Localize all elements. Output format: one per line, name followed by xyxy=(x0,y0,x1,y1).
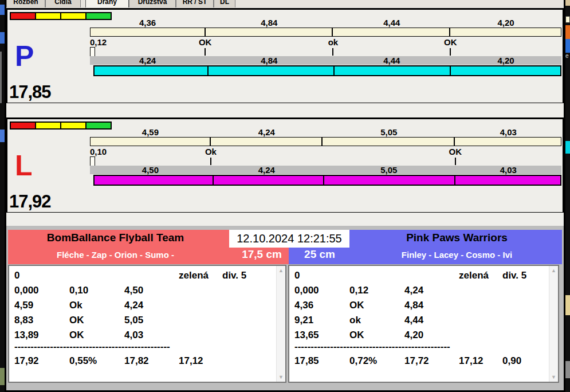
tab-dr-hy[interactable]: Dráhy xyxy=(85,0,129,7)
start-light xyxy=(35,12,61,20)
firefox-icon xyxy=(565,39,570,53)
desktop-fragment xyxy=(565,361,570,378)
table-cell: 4,36 xyxy=(294,300,349,311)
tab--idla[interactable]: Čidla xyxy=(45,0,81,7)
segment-time: 4,84 xyxy=(205,18,333,27)
table-cell: 0,72% xyxy=(349,355,404,367)
segment-time: 4,44 xyxy=(333,18,450,27)
table-cell: OK xyxy=(69,315,124,326)
segment-time: 4,24 xyxy=(211,166,323,174)
segment-time: 4,24 xyxy=(211,128,323,136)
table-cell: 0,10 xyxy=(69,285,124,296)
table-row: 0,0000,104,50 xyxy=(14,283,274,298)
bar-segment xyxy=(209,66,335,75)
panel-spacer xyxy=(6,213,564,226)
segment-time: 4,03 xyxy=(455,128,561,136)
checkpoint-tick xyxy=(450,48,451,56)
segment-bar-outline xyxy=(90,28,561,37)
bar-segment xyxy=(333,28,450,36)
segment-time: 5,05 xyxy=(323,128,455,136)
start-light xyxy=(10,121,36,130)
tab-rr-st[interactable]: RR / ST xyxy=(176,0,214,7)
table-cell: 4,03 xyxy=(124,330,179,341)
table-cell: zelená xyxy=(179,270,222,281)
lane-bar-zone: 4,364,844,444,20 0,12OKokOK 4,244,844,44… xyxy=(90,10,561,103)
bar-segment xyxy=(214,176,324,185)
checkpoint-tick xyxy=(455,158,456,165)
bar-segment xyxy=(95,66,209,75)
table-row: 0zelenádiv. 5 xyxy=(294,268,547,283)
team-name: BomBallance Flyball Team xyxy=(8,232,223,244)
segment-time: 4,44 xyxy=(333,56,450,65)
bar-segment xyxy=(450,28,561,36)
scroll-down-icon[interactable]: ▼ xyxy=(277,373,285,382)
bar-segment xyxy=(206,28,333,36)
table-content: 0zelenádiv. 50,0000,104,504,59Ok4,248,83… xyxy=(14,268,274,381)
table-cell: 0 xyxy=(14,270,69,281)
bar-segment xyxy=(451,66,560,75)
segment-times-bottom: 4,504,245,054,03 xyxy=(90,166,561,174)
checkpoint-status-row: 0,10OkOK xyxy=(90,147,561,155)
table-row: 4,36OK4,84 xyxy=(294,298,547,313)
table-cell: OK xyxy=(349,300,404,311)
splits-table-right: 0zelenádiv. 50,0000,124,244,36OK4,849,21… xyxy=(288,265,559,383)
checkpoint-status: OK xyxy=(449,147,462,156)
desktop-fragment xyxy=(565,16,570,23)
table-cell: 17,12 xyxy=(179,355,222,367)
checkpoint-status-row: 0,12OKokOK xyxy=(90,37,561,46)
bar-segment xyxy=(91,138,211,146)
segment-time: 4,24 xyxy=(90,56,205,65)
desktop-letter: e xyxy=(565,53,570,60)
table-cell: 4,84 xyxy=(404,300,459,311)
team-dogs: Fléche - Zap - Orion - Sumo - xyxy=(8,250,223,260)
start-time-label: 0,12 xyxy=(90,37,107,47)
tab-rozb-h[interactable]: Rozběh xyxy=(6,0,45,7)
segment-times-bottom: 4,244,844,444,20 xyxy=(90,56,561,65)
scrollbar[interactable]: ▲ ▼ xyxy=(549,266,558,382)
segment-time: 4,03 xyxy=(455,166,561,174)
table-cell: 13,65 xyxy=(294,330,349,341)
lane-total-time: 17,85 xyxy=(9,82,51,103)
desktop-fragment xyxy=(565,295,570,315)
checkpoint-status: Ok xyxy=(205,147,217,156)
table-cell: 17,92 xyxy=(14,355,69,367)
bar-segment xyxy=(335,66,450,75)
table-cell: 17,82 xyxy=(124,355,179,367)
lane-panel-p: P 17,85 4,364,844,444,20 0,12OKokOK 4,24… xyxy=(6,8,564,103)
tab-dru-stva[interactable]: Družstva xyxy=(129,0,176,7)
table-cell: OK xyxy=(349,330,404,341)
table-cell: 8,83 xyxy=(14,315,69,326)
table-cell: 0,000 xyxy=(14,285,69,296)
bar-segment xyxy=(95,176,214,185)
start-light xyxy=(35,121,61,130)
table-row: 8,83OK5,05 xyxy=(14,313,274,328)
start-marker-box xyxy=(90,156,95,166)
tab-dl[interactable]: DL xyxy=(214,0,235,7)
scroll-down-icon[interactable]: ▼ xyxy=(549,373,558,382)
segment-times-top: 4,364,844,444,20 xyxy=(90,18,561,27)
team-name: Pink Paws Warriors xyxy=(352,232,562,244)
jump-height: 25 cm xyxy=(285,248,354,261)
app-window: RozběhČidlaDráhyDružstvaRR / STDL P 17,8… xyxy=(5,0,565,392)
scrollbar[interactable]: ▲ ▼ xyxy=(276,266,285,382)
checkpoint-tick xyxy=(205,48,206,56)
lane-letter: L xyxy=(15,151,33,180)
table-cell: 17,12 xyxy=(459,355,502,367)
start-light xyxy=(60,12,87,20)
table-cell: Ok xyxy=(69,300,124,311)
table-row: 0zelenádiv. 5 xyxy=(14,268,274,283)
table-cell: 4,44 xyxy=(404,315,459,326)
bar-segment xyxy=(455,176,560,185)
table-cell: 0,90 xyxy=(502,355,547,367)
table-row: 17,850,72%17,7217,120,90 xyxy=(294,354,547,369)
table-cell: 4,20 xyxy=(404,330,459,341)
start-marker-box xyxy=(90,47,95,57)
firefox-icon xyxy=(565,25,570,39)
table-row: 0,0000,124,24 xyxy=(294,283,547,298)
table-cell: 0 xyxy=(294,270,349,281)
scroll-up-icon[interactable]: ▲ xyxy=(549,266,558,275)
start-time-label: 0,10 xyxy=(90,147,107,156)
checkpoint-tick xyxy=(332,48,333,56)
table-cell: 13,89 xyxy=(14,330,69,341)
scroll-up-icon[interactable]: ▲ xyxy=(277,266,285,275)
